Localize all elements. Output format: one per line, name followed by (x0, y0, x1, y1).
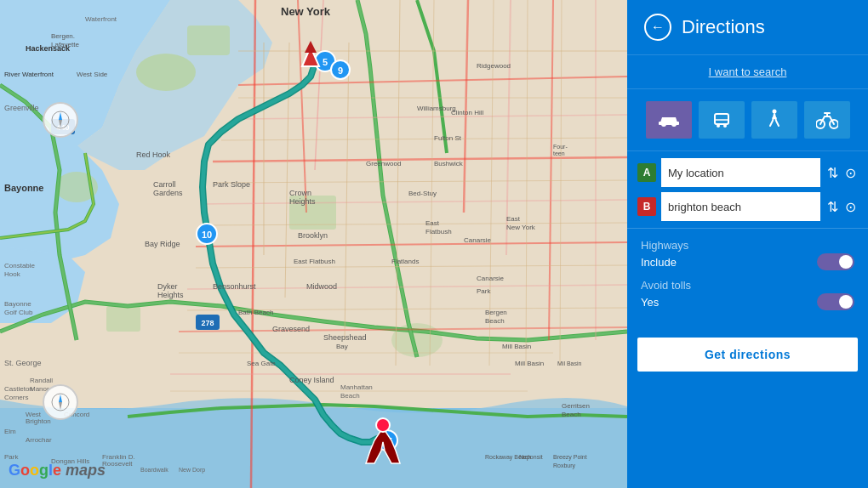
svg-text:Flatbush: Flatbush (425, 228, 452, 235)
svg-text:Canarsie: Canarsie (477, 275, 505, 282)
svg-text:Bergen: Bergen (485, 309, 507, 316)
back-button[interactable]: ← (644, 14, 671, 41)
svg-text:Arrochar: Arrochar (26, 436, 52, 444)
svg-point-50 (376, 418, 390, 432)
compass-south[interactable] (43, 384, 78, 420)
svg-rect-3 (187, 26, 230, 55)
highways-label: Highways (641, 239, 854, 252)
svg-text:Greenville: Greenville (4, 104, 39, 112)
svg-text:Beach: Beach (340, 392, 360, 400)
svg-text:Gerritsen: Gerritsen (562, 402, 590, 410)
svg-text:Williamsburg: Williamsburg (417, 105, 456, 112)
highways-value-row: Include (641, 253, 854, 270)
svg-text:Bay: Bay (336, 343, 348, 350)
svg-text:Four-: Four- (553, 144, 568, 150)
svg-text:Corners: Corners (4, 394, 28, 401)
highways-toggle[interactable] (817, 253, 854, 270)
svg-point-146 (772, 110, 776, 114)
svg-rect-5 (106, 306, 140, 332)
sidebar-body: I want to search (627, 55, 868, 488)
svg-text:Randall: Randall (30, 377, 53, 384)
svg-text:Coney Island: Coney Island (289, 376, 334, 384)
to-actions: ⇅ ⊙ (825, 197, 858, 217)
svg-text:Greenwood: Greenwood (366, 160, 401, 167)
svg-text:Dyker: Dyker (157, 282, 178, 291)
avoid-tolls-toggle[interactable] (817, 293, 854, 310)
directions-sidebar: ← Directions I want to search (627, 0, 868, 488)
svg-text:East: East (425, 219, 440, 227)
svg-text:Hook: Hook (4, 270, 21, 278)
svg-text:Sea Gate: Sea Gate (247, 360, 276, 367)
mode-transit-button[interactable] (699, 101, 745, 139)
svg-text:Castleton: Castleton (4, 385, 33, 393)
svg-marker-138 (59, 402, 62, 410)
svg-text:New Dorp: New Dorp (179, 467, 205, 474)
svg-text:Carroll: Carroll (153, 180, 176, 189)
svg-text:5: 5 (323, 57, 328, 67)
map-container[interactable]: 5 9 10 15 Hackensack River Waterfront Gr… (0, 0, 627, 488)
mode-drive-button[interactable] (646, 101, 692, 139)
svg-text:East Flatbush: East Flatbush (294, 258, 335, 265)
svg-text:East: East (506, 215, 521, 223)
highways-value: Include (641, 256, 677, 269)
svg-text:10: 10 (202, 230, 212, 240)
from-actions: ⇅ ⊙ (825, 163, 858, 183)
svg-text:Gravesend: Gravesend (272, 325, 310, 333)
svg-marker-134 (59, 112, 62, 120)
avoid-tolls-value-row: Yes (641, 293, 854, 310)
svg-text:Park: Park (477, 287, 491, 295)
svg-text:Park Slope: Park Slope (213, 180, 250, 189)
svg-point-144 (723, 124, 727, 128)
locate-button[interactable]: ⊙ (843, 163, 858, 183)
from-location-input[interactable] (661, 158, 820, 187)
svg-text:Bayonne: Bayonne (4, 183, 43, 193)
from-location-row: A ⇅ ⊙ (637, 158, 858, 187)
svg-text:Bed-Stuy: Bed-Stuy (408, 190, 437, 197)
svg-text:Waterfront: Waterfront (85, 15, 117, 23)
google-maps-attribution: Google maps (9, 462, 106, 479)
svg-text:Elm: Elm (4, 428, 16, 435)
options-section: Highways Include Avoid tolls Yes (627, 228, 868, 329)
svg-text:Manhattan: Manhattan (340, 383, 373, 391)
swap-button[interactable]: ⇅ (825, 163, 840, 183)
mode-bike-button[interactable] (804, 101, 850, 139)
svg-text:9: 9 (338, 65, 343, 76)
svg-text:West Side: West Side (77, 71, 108, 78)
svg-text:Golf Club: Golf Club (4, 309, 33, 316)
mode-walk-button[interactable] (751, 101, 797, 139)
svg-point-2 (136, 54, 196, 91)
svg-rect-141 (659, 122, 679, 125)
svg-text:Mill Basin: Mill Basin (502, 343, 531, 350)
svg-text:Crown: Crown (289, 189, 311, 197)
svg-text:Heights: Heights (289, 197, 316, 206)
svg-text:New York: New York (506, 224, 536, 231)
svg-text:Canarsie: Canarsie (464, 236, 492, 244)
svg-text:Ridgewood: Ridgewood (477, 62, 511, 70)
svg-text:Bayonne: Bayonne (4, 300, 31, 308)
svg-point-143 (717, 124, 720, 128)
from-badge: A (637, 163, 656, 182)
get-directions-button[interactable]: Get directions (637, 338, 858, 372)
svg-text:Roxbury: Roxbury (553, 462, 576, 469)
to-locate-button[interactable]: ⊙ (843, 197, 858, 217)
to-swap-button[interactable]: ⇅ (825, 197, 840, 217)
svg-text:Lafayette: Lafayette (51, 41, 79, 48)
svg-text:Brooklyn: Brooklyn (298, 231, 328, 240)
compass-north[interactable] (43, 102, 78, 138)
to-location-row: B ⇅ ⊙ (637, 192, 858, 221)
search-link[interactable]: I want to search (627, 55, 868, 89)
to-location-input[interactable] (661, 192, 820, 221)
svg-text:Mil Basin: Mil Basin (557, 360, 582, 366)
svg-text:Beach: Beach (485, 317, 505, 325)
svg-text:Sheepshead: Sheepshead (323, 333, 367, 342)
svg-text:Constable: Constable (4, 262, 36, 270)
svg-text:Bushwick: Bushwick (434, 160, 464, 167)
svg-text:Mill Basin: Mill Basin (515, 360, 544, 367)
svg-text:Bergen.: Bergen. (51, 32, 75, 40)
svg-text:Bath Beach: Bath Beach (238, 309, 273, 316)
svg-text:Clinton Hill: Clinton Hill (451, 109, 483, 116)
svg-text:Breezy Point: Breezy Point (553, 454, 587, 461)
svg-text:Fulton St: Fulton St (434, 134, 462, 142)
svg-text:Flatlands: Flatlands (391, 258, 419, 265)
svg-rect-142 (715, 114, 728, 124)
